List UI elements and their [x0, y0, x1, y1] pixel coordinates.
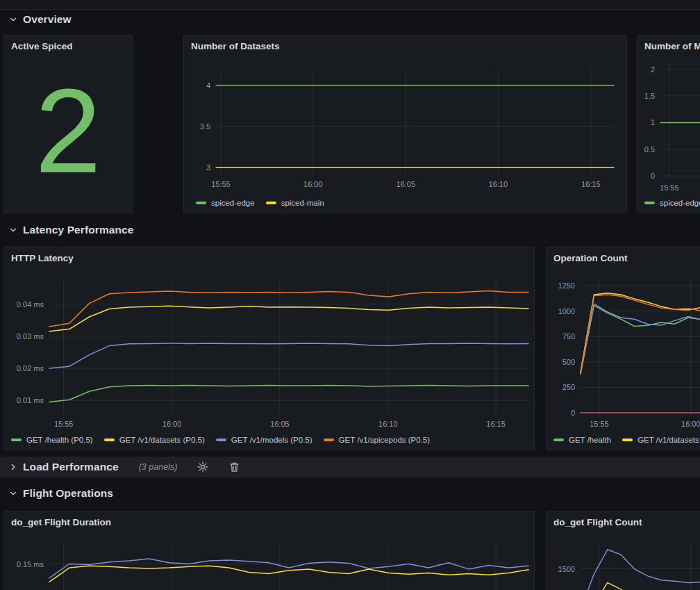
- gear-icon[interactable]: [197, 461, 208, 473]
- legend-item[interactable]: GET /v1/models (P0.5): [216, 436, 312, 444]
- section-row-latency-performance[interactable]: Latency Performance: [0, 221, 700, 239]
- legend-color-dash: [216, 439, 226, 441]
- chart-legend: GET /health (P0.5)GET /v1/datasets (P0.5…: [11, 436, 531, 444]
- series-line-GET /v1/datasets (P0.5): [49, 306, 528, 331]
- x-axis-tick-label: 15:55: [211, 180, 231, 188]
- series-line-GET /v1/spicepods (P0.5): [49, 291, 528, 327]
- series-line-GET /v1/models: [581, 304, 700, 374]
- chevron-down-icon: [8, 225, 18, 235]
- panel-title-do-get-flight-count[interactable]: do_get Flight Count: [553, 517, 700, 527]
- panel-http-latency: HTTP Latency 0.01 ms0.02 ms0.03 ms0.04 m…: [3, 247, 535, 450]
- legend-item[interactable]: spiced-edge: [644, 199, 700, 207]
- series-line-series-blue: [49, 559, 528, 578]
- series-line-GET /v1/datasets: [581, 293, 700, 372]
- chart-legend: spiced-edge: [644, 199, 700, 207]
- y-axis-tick-label: 0: [651, 172, 655, 180]
- legend-item[interactable]: GET /v1/spicepods (P0.5): [324, 436, 430, 444]
- panel-title-http-latency[interactable]: HTTP Latency: [11, 253, 527, 263]
- dashboard-page: { "page": { "background": "#111217", "pa…: [0, 0, 700, 590]
- panel-number-of-datasets: Number of Datasets 33.5415:5516:0016:051…: [183, 35, 627, 213]
- legend-item[interactable]: spiced-main: [266, 199, 324, 207]
- x-axis-tick-label: 16:05: [397, 180, 416, 188]
- trash-icon[interactable]: [228, 461, 240, 473]
- x-axis-tick-label: 16:00: [303, 180, 323, 188]
- legend-color-dash: [644, 202, 655, 204]
- legend-label: spiced-main: [281, 199, 324, 207]
- legend-color-dash: [104, 439, 115, 441]
- legend-item[interactable]: spiced-edge: [196, 199, 255, 207]
- x-axis-tick-label: 16:15: [486, 420, 506, 428]
- y-axis-tick-label: 1000: [558, 307, 575, 316]
- panel-title-number-of-datasets[interactable]: Number of Datasets: [191, 41, 619, 51]
- legend-color-dash: [324, 439, 334, 441]
- y-axis-tick-label: 0.03 ms: [17, 332, 44, 341]
- section-row-overview[interactable]: Overview: [0, 10, 700, 28]
- chart-number-of-datasets[interactable]: 33.5415:5516:0016:0516:1016:15: [184, 35, 626, 213]
- y-axis-tick-label: 1: [651, 118, 655, 126]
- chevron-down-icon: [8, 489, 18, 498]
- section-row-load-performance[interactable]: Load Performance (3 panels): [0, 457, 700, 477]
- chevron-right-icon: [8, 462, 18, 472]
- panel-title-do-get-flight-duration[interactable]: do_get Flight Duration: [11, 517, 527, 527]
- panel-do-get-flight-count: do_get Flight Count 15001250100015:5516:…: [546, 511, 700, 590]
- legend-item[interactable]: GET /health: [553, 436, 611, 444]
- legend-label: spiced-edge: [211, 199, 255, 207]
- x-axis-tick-label: 16:05: [270, 420, 290, 428]
- series-line-GET /health (P0.5): [49, 386, 528, 402]
- x-axis-tick-label: 16:10: [489, 180, 508, 188]
- panel-title-number-of-models[interactable]: Number of Models: [644, 41, 700, 51]
- panel-title-operation-count[interactable]: Operation Count: [553, 253, 700, 263]
- legend-label: GET /v1/datasets (P0.5): [119, 436, 205, 444]
- panel-operation-count: Operation Count 02505007501000125015:551…: [546, 247, 700, 450]
- legend-label: GET /v1/models (P0.5): [231, 436, 312, 444]
- legend-color-dash: [196, 202, 206, 204]
- x-axis-tick-label: 16:00: [162, 420, 182, 428]
- legend-label: GET /health (P0.5): [26, 436, 93, 444]
- panel-active-spiced: Active Spiced 2: [3, 35, 133, 213]
- section-title-overview: Overview: [23, 13, 72, 26]
- y-axis-tick-label: 3.5: [200, 122, 210, 131]
- section-title-load-performance: Load Performance: [23, 461, 119, 473]
- y-axis-tick-label: 0.04 ms: [17, 300, 44, 309]
- x-axis-tick-label: 15:55: [54, 420, 74, 428]
- y-axis-tick-label: 1500: [558, 565, 575, 573]
- y-axis-tick-label: 0.02 ms: [17, 364, 44, 372]
- y-axis-tick-label: 3: [206, 163, 210, 172]
- series-line-GET /v1/models (P0.5): [49, 343, 528, 368]
- stat-value: 2: [4, 48, 132, 213]
- legend-label: GET /v1/spicepods (P0.5): [339, 436, 430, 444]
- top-toolbar-edge: [0, 0, 700, 10]
- y-axis-tick-label: 0.5: [644, 145, 655, 154]
- chart-http-latency[interactable]: 0.01 ms0.02 ms0.03 ms0.04 ms15:5516:0016…: [4, 247, 534, 450]
- chart-number-of-models[interactable]: 00.511.5215:5516:00: [638, 35, 700, 213]
- legend-label: GET /v1/datasets: [638, 436, 699, 444]
- x-axis-tick-label: 16:10: [378, 420, 398, 428]
- section-row-flight-operations[interactable]: Flight Operations: [0, 484, 700, 502]
- legend-label: spiced-edge: [660, 199, 700, 207]
- series-line-series-blue: [581, 550, 700, 590]
- legend-item[interactable]: GET /health (P0.5): [11, 436, 93, 444]
- x-axis-tick-label: 15:55: [590, 420, 609, 428]
- chart-operation-count[interactable]: 02505007501000125015:5516:00: [547, 247, 700, 450]
- section-title-flight-operations: Flight Operations: [23, 487, 113, 500]
- legend-item[interactable]: GET /v1/datasets: [622, 436, 699, 444]
- x-axis-tick-label: 16:15: [581, 180, 601, 188]
- panel-title-active-spiced[interactable]: Active Spiced: [11, 41, 125, 51]
- chart-legend: GET /healthGET /v1/datasets: [553, 436, 700, 444]
- panel-number-of-models: Number of Models 00.511.5215:5516:00 spi…: [637, 35, 700, 213]
- y-axis-tick-label: 1250: [558, 281, 575, 290]
- y-axis-tick-label: 500: [562, 358, 575, 366]
- series-line-series-yellow: [581, 582, 700, 590]
- chart-legend: spiced-edgespiced-main: [196, 199, 624, 207]
- panel-do-get-flight-duration: do_get Flight Duration 0.15 ms0.10 ms0.0…: [3, 511, 535, 590]
- panels-count-note: (3 panels): [139, 462, 178, 472]
- y-axis-tick-label: 2: [651, 65, 655, 74]
- legend-color-dash: [11, 439, 22, 441]
- legend-color-dash: [266, 202, 276, 204]
- legend-item[interactable]: GET /v1/datasets (P0.5): [104, 436, 205, 444]
- y-axis-tick-label: 1.5: [644, 92, 655, 100]
- y-axis-tick-label: 0: [571, 409, 575, 417]
- y-axis-tick-label: 0.01 ms: [17, 396, 44, 404]
- legend-label: GET /health: [569, 436, 611, 444]
- y-axis-tick-label: 750: [562, 332, 575, 341]
